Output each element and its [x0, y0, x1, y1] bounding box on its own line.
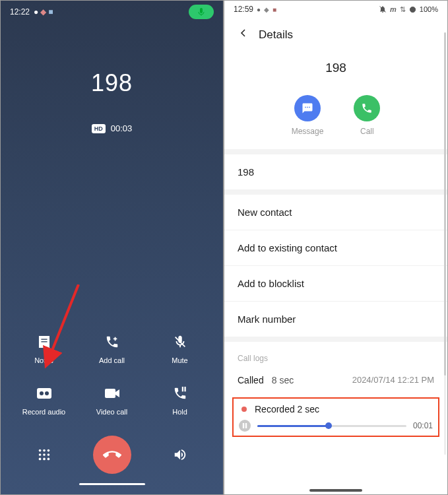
message-label: Message [292, 127, 324, 136]
app-icon-2: ■ [48, 7, 53, 16]
svg-point-18 [43, 458, 46, 461]
mic-active-indicator[interactable] [189, 5, 214, 19]
signal-icon: m [390, 5, 397, 13]
scrollbar[interactable] [444, 32, 446, 455]
record-audio-button[interactable]: Record audio [10, 384, 78, 416]
add-call-icon [103, 333, 121, 351]
playback-time: 00:01 [413, 421, 433, 430]
status-time: 12:59 [234, 5, 253, 14]
status-bar: 12:22 ● ◆ ■ [1, 1, 223, 23]
details-title: Details [259, 28, 293, 42]
active-call-screen: 12:22 ● ◆ ■ 198 HD 00:03 [0, 0, 224, 495]
svg-rect-8 [105, 389, 115, 398]
notification-icon: ● [34, 7, 38, 16]
details-screen: 12:59 ● ◆ ■ m ⇅ 100% Details 198 Message [224, 0, 448, 495]
svg-rect-10 [184, 387, 185, 391]
hold-button[interactable]: Hold [146, 384, 214, 416]
recording-player: Recorded 2 sec 00:01 [232, 397, 439, 437]
svg-point-15 [43, 453, 46, 456]
call-duration: 8 sec [272, 375, 294, 385]
svg-point-12 [43, 449, 46, 452]
call-logs-label: Call logs [224, 337, 447, 368]
app-icon: ◆ [40, 7, 46, 16]
add-call-button[interactable]: Add call [78, 333, 146, 364]
call-label: Call [360, 127, 374, 136]
notes-icon [35, 333, 53, 351]
slider-thumb[interactable] [325, 422, 332, 429]
caller-number: 198 [1, 69, 223, 97]
contact-number: 198 [224, 51, 447, 95]
app-icon: ◆ [264, 6, 269, 13]
recording-label: Recorded 2 sec [255, 404, 319, 414]
svg-rect-5 [37, 388, 51, 399]
notes-label: Notes [34, 356, 53, 364]
add-call-label: Add call [99, 356, 125, 364]
battery-percent: 100% [420, 5, 438, 13]
contact-actions: Message Call [224, 95, 447, 149]
svg-rect-9 [181, 387, 183, 391]
video-call-button[interactable]: Video call [78, 384, 146, 416]
svg-point-7 [45, 391, 49, 395]
svg-point-16 [47, 453, 49, 456]
video-call-icon [103, 384, 121, 403]
call-info: 198 HD 00:03 [1, 23, 223, 133]
svg-rect-2 [41, 339, 47, 339]
call-button[interactable]: Call [354, 95, 380, 136]
pause-button[interactable] [239, 420, 251, 432]
mute-label: Mute [172, 356, 187, 364]
notification-icon: ● [257, 6, 261, 13]
svg-point-6 [40, 391, 44, 395]
mute-icon [171, 333, 189, 351]
notes-button[interactable]: Notes [10, 333, 78, 364]
playback-slider[interactable] [257, 425, 406, 427]
call-duration: 00:03 [111, 123, 133, 133]
call-log-entry[interactable]: Called 8 sec 2024/07/14 12:21 PM [224, 368, 447, 392]
status-bar: 12:59 ● ◆ ■ m ⇅ 100% [224, 1, 447, 18]
video-call-label: Video call [96, 408, 128, 416]
data-icon: ⇅ [400, 5, 406, 14]
message-icon [294, 95, 321, 121]
svg-point-13 [47, 449, 49, 452]
recording-indicator-icon [241, 407, 247, 412]
app-icon-2: ■ [272, 6, 276, 13]
home-indicator[interactable] [79, 483, 145, 485]
svg-point-19 [47, 458, 49, 461]
svg-point-17 [38, 458, 41, 461]
call-icon [354, 95, 380, 121]
mute-button[interactable]: Mute [146, 333, 214, 364]
add-existing-contact-option[interactable]: Add to existing contact [224, 230, 447, 265]
call-date: 2024/07/14 12:21 PM [352, 375, 434, 385]
status-time: 12:22 [10, 7, 30, 16]
record-audio-icon [35, 384, 53, 403]
svg-rect-3 [41, 341, 47, 342]
details-header: Details [224, 18, 447, 51]
call-type: Called [238, 375, 264, 385]
home-indicator[interactable] [309, 489, 362, 492]
add-to-blocklist-option[interactable]: Add to blocklist [224, 265, 447, 301]
mark-number-option[interactable]: Mark number [224, 301, 447, 337]
hd-badge: HD [92, 124, 106, 133]
end-call-button[interactable] [93, 436, 131, 474]
dnd-icon [379, 5, 387, 13]
dialpad-button[interactable] [10, 447, 78, 462]
svg-point-21 [410, 7, 415, 12]
back-button[interactable] [238, 27, 249, 42]
svg-point-14 [38, 453, 41, 456]
message-button[interactable]: Message [292, 95, 324, 136]
svg-point-11 [38, 449, 41, 452]
hold-icon [171, 384, 189, 403]
number-section[interactable]: 198 [224, 149, 447, 189]
call-actions-grid: Notes Add call Mute Record [10, 333, 214, 416]
hold-label: Hold [172, 408, 187, 416]
new-contact-option[interactable]: New contact [224, 189, 447, 230]
svg-rect-22 [243, 423, 244, 428]
battery-icon [409, 6, 416, 13]
svg-rect-23 [245, 423, 247, 428]
record-audio-label: Record audio [22, 408, 65, 416]
speaker-button[interactable] [146, 447, 214, 462]
